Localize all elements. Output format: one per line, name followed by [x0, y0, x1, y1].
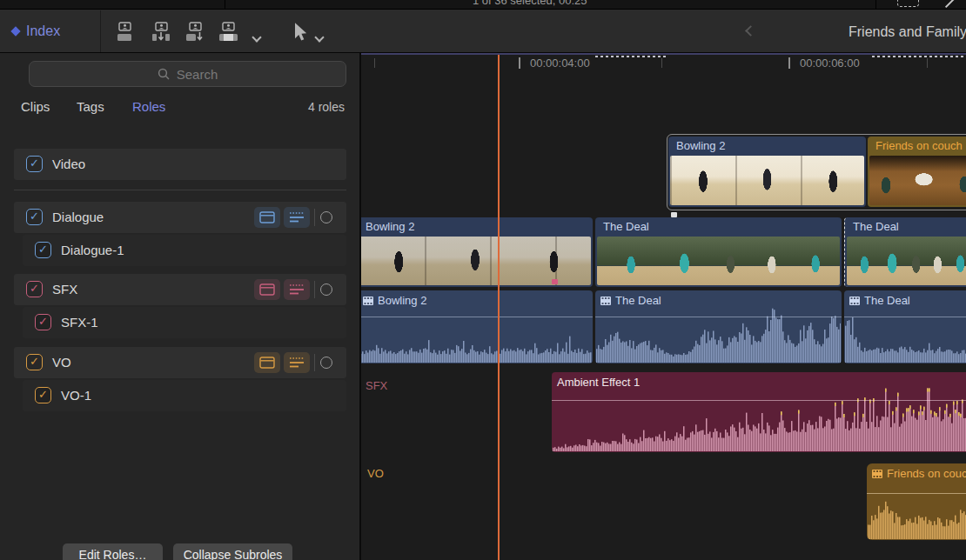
subrole-label: VO-1	[61, 380, 91, 411]
clip-title: Bowling 2	[670, 137, 864, 156]
clip-filmstrip	[869, 156, 966, 205]
audio-clip-the-deal-1[interactable]: The Deal	[595, 290, 842, 363]
subrole-row-dialogue-1[interactable]: ✓ Dialogue-1	[23, 235, 346, 266]
selection-info: 1 of 36 selected, 00:25	[473, 0, 587, 7]
filmstrip-icon	[363, 297, 373, 305]
focus-role-icon	[289, 283, 305, 296]
tab-clips[interactable]: Clips	[21, 99, 50, 114]
index-label: Index	[26, 23, 60, 39]
show-audio-lanes-button[interactable]	[254, 207, 280, 228]
clip-title-row: The Deal	[600, 294, 661, 307]
audio-waveform	[845, 305, 966, 363]
show-audio-lanes-button[interactable]	[254, 279, 280, 300]
tool-dropdown[interactable]	[306, 25, 332, 50]
clip-title: Friends on couch	[887, 467, 966, 480]
subrole-row-vo-1[interactable]: ✓ VO-1	[23, 380, 346, 411]
subrole-label: Dialogue-1	[61, 235, 124, 266]
timecode-label: 00:00:04:00	[530, 57, 590, 70]
edit-roles-button[interactable]: Edit Roles…	[63, 543, 163, 560]
subrole-checkbox[interactable]: ✓	[35, 387, 51, 403]
enhance-wand-icon[interactable]: +	[949, 0, 966, 8]
overwrite-clip-icon	[218, 22, 239, 43]
connected-clip-friends-on-couch[interactable]: Friends on couch	[868, 137, 966, 207]
timeline-overview-icon[interactable]	[897, 0, 919, 7]
append-clip-icon	[184, 22, 205, 43]
timeline[interactable]: 00:00:04:00 00:00:06:00 Bowling 2 Friend…	[361, 53, 966, 560]
volume-line[interactable]	[361, 317, 593, 317]
collapse-subroles-button[interactable]: Collapse Subroles	[173, 543, 292, 560]
controls-divider	[314, 281, 315, 298]
subrole-checkbox[interactable]: ✓	[35, 314, 51, 330]
insert-clip-button[interactable]	[148, 20, 174, 44]
list-divider	[14, 190, 346, 190]
video-clip-bowling-2[interactable]: Bowling 2	[361, 217, 593, 287]
tab-roles[interactable]: Roles	[132, 99, 165, 114]
clip-title-row: Bowling 2	[363, 294, 426, 307]
video-clip-the-deal-1[interactable]: The Deal	[595, 217, 842, 287]
ruler-tick-major	[788, 57, 790, 69]
role-row-video[interactable]: ✓ Video	[14, 149, 346, 180]
connection-marker-pink	[552, 279, 558, 284]
ruler-tick	[374, 58, 375, 68]
top-strip: 1 of 36 selected, 00:25 +	[0, 0, 966, 10]
index-toggle-button[interactable]: Index	[12, 20, 60, 43]
ruler-tick-major	[519, 57, 520, 69]
selection-dashes	[595, 56, 668, 57]
back-chevron-icon[interactable]	[745, 25, 756, 37]
connect-clip-button[interactable]	[114, 20, 140, 44]
clip-title: The Deal	[864, 294, 910, 307]
subrole-checkbox[interactable]: ✓	[35, 242, 51, 258]
top-strip-divider	[225, 0, 225, 10]
role-row-dialogue[interactable]: ✓ Dialogue	[14, 202, 346, 233]
controls-divider	[314, 354, 315, 371]
focus-role-button[interactable]	[284, 207, 310, 228]
lane-label-sfx: SFX	[366, 379, 387, 392]
role-label: VO	[52, 347, 71, 378]
role-label: SFX	[52, 274, 77, 305]
role-row-vo[interactable]: ✓ VO	[14, 347, 346, 378]
role-checkbox[interactable]: ✓	[26, 354, 43, 370]
solo-role-button[interactable]	[320, 357, 332, 369]
focus-role-icon	[289, 357, 305, 369]
overwrite-clip-button[interactable]	[216, 20, 242, 44]
fcp-window: 1 of 36 selected, 00:25 + Index	[0, 0, 966, 560]
append-clip-button[interactable]	[182, 20, 208, 44]
edit-mode-dropdown[interactable]	[244, 25, 270, 50]
audio-clip-the-deal-2[interactable]: The Deal	[844, 290, 966, 363]
audio-waveform	[596, 305, 841, 363]
focus-role-button[interactable]	[284, 352, 310, 373]
role-row-sfx[interactable]: ✓ SFX	[14, 274, 346, 305]
subrole-row-sfx-1[interactable]: ✓ SFX-1	[23, 307, 346, 338]
volume-line[interactable]	[867, 493, 966, 494]
search-placeholder: Search	[177, 67, 218, 82]
vo-clip-friends-on-couch[interactable]: Friends on couch	[867, 463, 966, 540]
clip-title: Friends on couch	[869, 137, 966, 156]
audio-lanes-icon	[259, 357, 275, 369]
role-checkbox[interactable]: ✓	[26, 156, 43, 172]
solo-role-button[interactable]	[320, 211, 332, 223]
clip-title-row: Friends on couch	[872, 467, 966, 480]
volume-line[interactable]	[844, 317, 966, 317]
solo-role-button[interactable]	[320, 283, 332, 296]
clip-filmstrip	[361, 237, 591, 285]
volume-line[interactable]	[595, 317, 842, 317]
search-input[interactable]: Search	[29, 61, 346, 87]
sfx-clip-ambient-effect-1[interactable]: Ambient Effect 1	[552, 372, 966, 452]
show-audio-lanes-button[interactable]	[254, 352, 280, 373]
insert-clip-icon	[151, 22, 171, 43]
audio-clip-bowling-2[interactable]: Bowling 2	[361, 290, 593, 363]
video-clip-the-deal-2[interactable]: The Deal	[844, 217, 966, 287]
focus-role-button[interactable]	[284, 279, 310, 300]
project-title: Friends and Family	[849, 24, 966, 40]
connected-clip-bowling-2[interactable]: Bowling 2	[668, 137, 866, 207]
volume-line[interactable]	[552, 400, 966, 401]
audio-waveform	[361, 305, 592, 363]
playhead[interactable]	[498, 55, 500, 560]
tab-tags[interactable]: Tags	[77, 99, 104, 114]
role-checkbox[interactable]: ✓	[26, 281, 43, 297]
clip-title: Bowling 2	[361, 217, 591, 237]
lane-label-vo: VO	[367, 467, 384, 480]
index-panel: Search Clips Tags Roles 4 roles ✓ Video …	[0, 53, 361, 560]
audio-lanes-icon	[259, 211, 275, 223]
role-checkbox[interactable]: ✓	[26, 209, 43, 225]
